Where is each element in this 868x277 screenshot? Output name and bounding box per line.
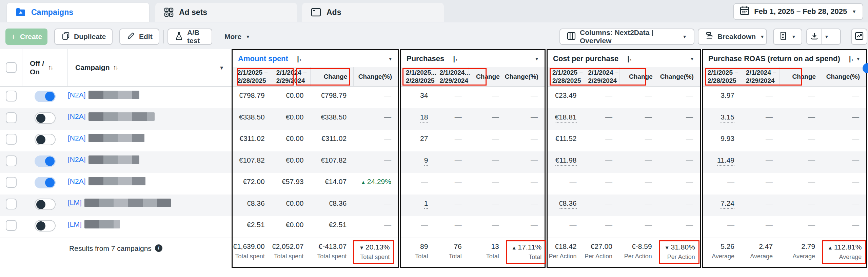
chevron-down-icon[interactable]: ▼ (856, 56, 861, 61)
chevron-down-icon[interactable]: ▼ (534, 56, 539, 61)
row-checkbox[interactable] (6, 199, 17, 209)
chevron-down-icon[interactable]: ▼ (388, 56, 393, 61)
subheader-cell[interactable]: Change (619, 67, 659, 86)
metric-cell: €8.36 (310, 199, 353, 207)
subheader-cell[interactable]: 2/1/2025 – 2/28/2025 (703, 67, 741, 86)
metric-subheader-row: 2/1/2025 – 2/28/20252/1/2024 – 2/29/2024… (548, 67, 700, 87)
sort-icon[interactable]: ↑↓ (48, 64, 53, 72)
metric-title[interactable]: Cost per purchase (553, 54, 618, 63)
campaign-toggle[interactable] (35, 91, 56, 102)
total-cell: 76Total (435, 242, 468, 260)
row-checkbox[interactable] (6, 177, 17, 188)
tooltip-underlined-value: €18.81 (555, 113, 576, 123)
subheader-cell[interactable]: 2/1/2024 – 2/29/2024 (584, 67, 619, 86)
campaign-column-header[interactable]: Campaign ↑↓ ▼ (68, 49, 232, 86)
campaign-name-link[interactable]: [LM] (68, 199, 82, 207)
campaign-toggle[interactable] (35, 134, 56, 145)
row-checkbox-cell (0, 220, 22, 231)
chevron-down-icon[interactable]: ▼ (690, 56, 694, 61)
metric-cell: — (506, 199, 545, 207)
campaign-name-link[interactable]: [LM] (68, 220, 82, 228)
subheader-cell[interactable]: Change (780, 67, 822, 86)
subheader-cell[interactable]: 2/1/2025... 2/28/2025 (401, 67, 435, 86)
more-button[interactable]: More ▼ (218, 29, 255, 45)
export-button[interactable]: ▼ (806, 29, 841, 45)
campaign-toggle[interactable] (35, 199, 56, 210)
row-checkbox[interactable] (6, 220, 17, 231)
create-button[interactable]: + Create (5, 29, 47, 45)
total-cell: ▼20.13%Total spent (353, 242, 398, 264)
campaign-name-link[interactable]: [N2A] (68, 155, 86, 164)
metric-totals-row: €1,639.00Total spent€2,052.07Total spent… (233, 238, 398, 267)
total-label: Average (780, 253, 815, 260)
metric-row: €311.02€0.00€311.02— (233, 130, 398, 151)
tab-ads[interactable]: Ads (302, 3, 444, 22)
red-annotation-box: ▼20.13%Total spent (353, 240, 394, 264)
total-value: €27.00 (584, 242, 613, 251)
row-checkbox[interactable] (6, 155, 17, 166)
ab-test-button[interactable]: A/B test (167, 29, 212, 45)
collapse-left-icon[interactable]: |← (297, 55, 305, 63)
campaign-name-link[interactable]: [N2A] (68, 134, 86, 142)
row-checkbox[interactable] (6, 112, 17, 123)
total-value: 2.79 (780, 242, 815, 251)
metric-row: 27——— (401, 130, 545, 151)
metric-title[interactable]: Amount spent (238, 54, 288, 63)
row-checkbox[interactable] (6, 91, 17, 101)
campaign-name-cell: [N2A] (68, 91, 232, 99)
duplicate-button[interactable]: Duplicate (54, 29, 113, 45)
campaign-name-cell: [LM] (68, 220, 232, 228)
subheader-cell[interactable]: Change (310, 67, 353, 86)
campaign-name-link[interactable]: [N2A] (68, 91, 86, 99)
campaign-name-link[interactable]: [N2A] (68, 177, 86, 185)
tooltip-underlined-value: 9 (424, 156, 428, 166)
off-on-column-header[interactable]: Off / On ↑↓ (22, 49, 68, 86)
subheader-cell[interactable]: 2/1/2025 – 2/28/2025 (233, 67, 272, 86)
subheader-cell[interactable]: Change(%) (659, 67, 700, 86)
metric-row: €107.82€0.00€107.82— (233, 151, 398, 173)
reports-button[interactable]: ▼ (773, 29, 802, 45)
subheader-cell[interactable]: 2/1/2024 – 2/29/2024 (741, 67, 780, 86)
subheader-cell[interactable]: 2/1/2024 – 2/29/2024 (272, 67, 311, 86)
campaign-name-link[interactable]: [N2A] (68, 112, 86, 121)
collapse-left-icon[interactable]: |← (627, 55, 635, 63)
subheader-cell[interactable]: 2/1/2025 – 2/28/2025 (548, 67, 584, 86)
tab-campaigns[interactable]: Campaigns (7, 3, 149, 22)
chevron-down-icon: ▼ (824, 34, 829, 39)
metric-title[interactable]: Purchases (407, 54, 444, 63)
columns-button[interactable]: Columns: Next2Data | Overview ▼ (559, 29, 694, 45)
metric-cell: — (619, 221, 659, 229)
sort-icon[interactable]: ↑↓ (113, 64, 118, 71)
metric-title[interactable]: Purchase ROAS (return on ad spend) (708, 54, 840, 63)
total-value: 89 (401, 242, 428, 251)
total-cell: 13Total (469, 242, 506, 260)
campaign-toggle[interactable] (35, 112, 56, 124)
date-range-button[interactable]: Feb 1, 2025 – Feb 28, 2025 ▼ (733, 3, 863, 20)
chevron-down-icon[interactable]: ▼ (219, 65, 224, 71)
tooltip-underlined-value: €11.98 (555, 156, 577, 166)
metric-row: ———— (703, 173, 866, 195)
metric-cell: — (741, 156, 780, 164)
campaign-toggle[interactable] (35, 155, 56, 167)
metric-subheader-row: 2/1/2025 – 2/28/20252/1/2024 – 2/29/2024… (703, 67, 866, 87)
select-all-checkbox[interactable] (6, 62, 17, 73)
subheader-cell[interactable]: Change(%) (353, 67, 398, 86)
subheader-cell[interactable]: 2/1/2024... 2/29/2024 (435, 67, 468, 86)
edit-button[interactable]: Edit (119, 29, 159, 45)
info-icon[interactable]: i (155, 244, 162, 252)
collapse-left-icon[interactable]: |← (453, 55, 461, 63)
subheader-cell[interactable]: Change(%) (822, 67, 866, 86)
breakdown-button[interactable]: Breakdown ▼ (698, 29, 767, 45)
subheader-cell[interactable]: Change (469, 67, 506, 86)
campaign-toggle[interactable] (35, 177, 56, 188)
ab-test-label: A/B test (187, 29, 205, 45)
row-checkbox[interactable] (6, 134, 17, 145)
total-value: €-8.59 (619, 242, 652, 251)
campaign-toggle[interactable] (35, 220, 56, 232)
metric-cell: €0.00 (272, 199, 311, 207)
subheader-cell[interactable]: Change(%) (506, 67, 545, 86)
charts-button[interactable] (851, 29, 867, 45)
metric-cell: — (548, 221, 584, 229)
metric-cell: 18 (401, 113, 435, 121)
tab-ad-sets[interactable]: Ad sets (155, 3, 297, 22)
